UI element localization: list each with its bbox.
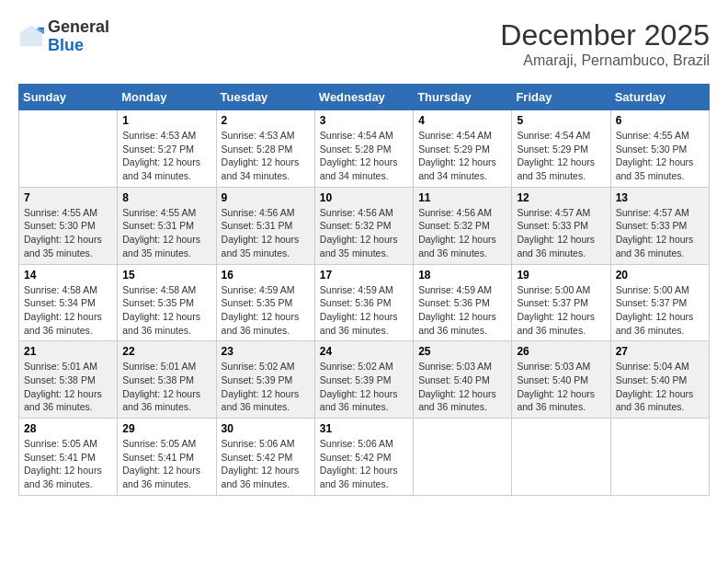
- day-info: Sunrise: 4:58 AMSunset: 5:34 PMDaylight:…: [24, 283, 112, 338]
- header-saturday: Saturday: [610, 85, 709, 110]
- day-info: Sunrise: 5:06 AMSunset: 5:42 PMDaylight:…: [320, 437, 408, 491]
- day-info: Sunrise: 5:00 AMSunset: 5:37 PMDaylight:…: [517, 283, 605, 338]
- day-info: Sunrise: 4:58 AMSunset: 5:35 PMDaylight:…: [122, 283, 210, 338]
- day-number: 10: [320, 191, 408, 204]
- calendar-week-row: 14Sunrise: 4:58 AMSunset: 5:34 PMDayligh…: [19, 264, 710, 341]
- day-number: 27: [616, 345, 704, 358]
- day-number: 26: [517, 345, 605, 358]
- day-number: 1: [122, 114, 210, 127]
- table-row: 9Sunrise: 4:56 AMSunset: 5:31 PMDaylight…: [216, 187, 314, 264]
- day-info: Sunrise: 4:54 AMSunset: 5:28 PMDaylight:…: [320, 129, 408, 183]
- day-number: 30: [222, 422, 310, 435]
- day-info: Sunrise: 4:57 AMSunset: 5:33 PMDaylight:…: [517, 206, 605, 260]
- title-block: December 2025 Amaraji, Pernambuco, Brazi…: [500, 18, 710, 69]
- table-row: 16Sunrise: 4:59 AMSunset: 5:35 PMDayligh…: [216, 264, 314, 341]
- header-friday: Friday: [512, 85, 610, 110]
- day-info: Sunrise: 5:06 AMSunset: 5:42 PMDaylight:…: [222, 437, 310, 491]
- day-info: Sunrise: 4:56 AMSunset: 5:32 PMDaylight:…: [418, 206, 506, 260]
- logo: General Blue: [18, 18, 109, 55]
- table-row: 12Sunrise: 4:57 AMSunset: 5:33 PMDayligh…: [512, 187, 610, 264]
- day-number: 8: [122, 191, 210, 204]
- calendar-subtitle: Amaraji, Pernambuco, Brazil: [500, 52, 710, 69]
- table-row: 14Sunrise: 4:58 AMSunset: 5:34 PMDayligh…: [19, 264, 118, 341]
- table-row: 6Sunrise: 4:55 AMSunset: 5:30 PMDaylight…: [610, 110, 709, 188]
- day-number: 25: [418, 345, 506, 358]
- logo-general-text: General: [48, 18, 109, 37]
- day-info: Sunrise: 4:53 AMSunset: 5:27 PMDaylight:…: [122, 129, 210, 183]
- table-row: 7Sunrise: 4:55 AMSunset: 5:30 PMDaylight…: [19, 187, 118, 264]
- day-info: Sunrise: 4:56 AMSunset: 5:32 PMDaylight:…: [320, 206, 408, 260]
- day-number: 12: [517, 191, 605, 204]
- table-row: 3Sunrise: 4:54 AMSunset: 5:28 PMDaylight…: [314, 110, 413, 188]
- day-number: 6: [616, 114, 704, 127]
- logo-icon: [18, 24, 44, 50]
- table-row: 25Sunrise: 5:03 AMSunset: 5:40 PMDayligh…: [414, 341, 512, 419]
- day-number: 7: [24, 191, 112, 204]
- calendar-header-row: Sunday Monday Tuesday Wednesday Thursday…: [19, 85, 710, 110]
- header-thursday: Thursday: [414, 85, 512, 110]
- day-number: 14: [24, 269, 112, 282]
- table-row: 17Sunrise: 4:59 AMSunset: 5:36 PMDayligh…: [314, 264, 413, 341]
- day-info: Sunrise: 4:59 AMSunset: 5:36 PMDaylight:…: [418, 283, 506, 338]
- table-row: 8Sunrise: 4:55 AMSunset: 5:31 PMDaylight…: [118, 187, 216, 264]
- day-info: Sunrise: 4:57 AMSunset: 5:33 PMDaylight:…: [616, 206, 704, 260]
- day-number: 21: [24, 345, 112, 358]
- day-info: Sunrise: 4:55 AMSunset: 5:31 PMDaylight:…: [122, 206, 210, 260]
- table-row: 21Sunrise: 5:01 AMSunset: 5:38 PMDayligh…: [19, 341, 118, 419]
- day-number: 29: [122, 422, 210, 435]
- calendar-week-row: 7Sunrise: 4:55 AMSunset: 5:30 PMDaylight…: [19, 187, 710, 264]
- day-info: Sunrise: 5:00 AMSunset: 5:37 PMDaylight:…: [616, 283, 704, 338]
- table-row: [512, 419, 610, 496]
- table-row: 4Sunrise: 4:54 AMSunset: 5:29 PMDaylight…: [414, 110, 512, 188]
- day-number: 22: [122, 345, 210, 358]
- day-number: 4: [418, 114, 506, 127]
- table-row: [610, 419, 709, 496]
- table-row: 28Sunrise: 5:05 AMSunset: 5:41 PMDayligh…: [19, 419, 118, 496]
- logo-text: General Blue: [48, 18, 109, 55]
- table-row: 27Sunrise: 5:04 AMSunset: 5:40 PMDayligh…: [610, 341, 709, 419]
- header-monday: Monday: [118, 85, 216, 110]
- day-number: 23: [222, 345, 310, 358]
- day-info: Sunrise: 5:01 AMSunset: 5:38 PMDaylight:…: [24, 360, 112, 414]
- day-info: Sunrise: 5:05 AMSunset: 5:41 PMDaylight:…: [24, 437, 112, 491]
- table-row: 20Sunrise: 5:00 AMSunset: 5:37 PMDayligh…: [610, 264, 709, 341]
- day-info: Sunrise: 4:55 AMSunset: 5:30 PMDaylight:…: [616, 129, 704, 183]
- table-row: 29Sunrise: 5:05 AMSunset: 5:41 PMDayligh…: [118, 419, 216, 496]
- day-number: 18: [418, 269, 506, 282]
- day-info: Sunrise: 5:03 AMSunset: 5:40 PMDaylight:…: [418, 360, 506, 414]
- table-row: 1Sunrise: 4:53 AMSunset: 5:27 PMDaylight…: [118, 110, 216, 188]
- day-info: Sunrise: 4:56 AMSunset: 5:31 PMDaylight:…: [222, 206, 310, 260]
- table-row: 5Sunrise: 4:54 AMSunset: 5:29 PMDaylight…: [512, 110, 610, 188]
- table-row: 30Sunrise: 5:06 AMSunset: 5:42 PMDayligh…: [216, 419, 314, 496]
- page-header: General Blue December 2025 Amaraji, Pern…: [18, 18, 710, 69]
- logo-blue-text: Blue: [48, 37, 109, 55]
- day-info: Sunrise: 5:02 AMSunset: 5:39 PMDaylight:…: [222, 360, 310, 414]
- day-number: 15: [122, 269, 210, 282]
- svg-marker-0: [20, 26, 42, 46]
- table-row: 22Sunrise: 5:01 AMSunset: 5:38 PMDayligh…: [118, 341, 216, 419]
- table-row: 2Sunrise: 4:53 AMSunset: 5:28 PMDaylight…: [216, 110, 314, 188]
- day-number: 11: [418, 191, 506, 204]
- table-row: [414, 419, 512, 496]
- day-number: 28: [24, 422, 112, 435]
- day-number: 5: [517, 114, 605, 127]
- day-info: Sunrise: 4:59 AMSunset: 5:36 PMDaylight:…: [320, 283, 408, 338]
- day-info: Sunrise: 5:02 AMSunset: 5:39 PMDaylight:…: [320, 360, 408, 414]
- day-number: 3: [320, 114, 408, 127]
- table-row: 11Sunrise: 4:56 AMSunset: 5:32 PMDayligh…: [414, 187, 512, 264]
- day-info: Sunrise: 5:04 AMSunset: 5:40 PMDaylight:…: [616, 360, 704, 414]
- calendar-table: Sunday Monday Tuesday Wednesday Thursday…: [18, 84, 710, 496]
- day-info: Sunrise: 4:54 AMSunset: 5:29 PMDaylight:…: [517, 129, 605, 183]
- day-number: 31: [320, 422, 408, 435]
- day-info: Sunrise: 4:53 AMSunset: 5:28 PMDaylight:…: [222, 129, 310, 183]
- day-number: 19: [517, 269, 605, 282]
- table-row: 13Sunrise: 4:57 AMSunset: 5:33 PMDayligh…: [610, 187, 709, 264]
- day-number: 2: [222, 114, 310, 127]
- header-sunday: Sunday: [19, 85, 118, 110]
- table-row: 15Sunrise: 4:58 AMSunset: 5:35 PMDayligh…: [118, 264, 216, 341]
- table-row: 19Sunrise: 5:00 AMSunset: 5:37 PMDayligh…: [512, 264, 610, 341]
- header-wednesday: Wednesday: [314, 85, 413, 110]
- calendar-week-row: 28Sunrise: 5:05 AMSunset: 5:41 PMDayligh…: [19, 419, 710, 496]
- table-row: 26Sunrise: 5:03 AMSunset: 5:40 PMDayligh…: [512, 341, 610, 419]
- calendar-week-row: 1Sunrise: 4:53 AMSunset: 5:27 PMDaylight…: [19, 110, 710, 188]
